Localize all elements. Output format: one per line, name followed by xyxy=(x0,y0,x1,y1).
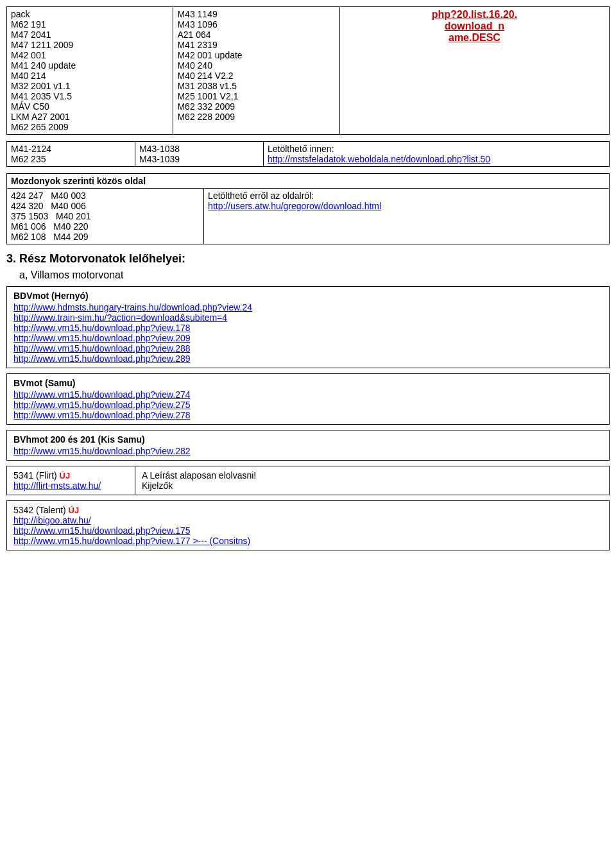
col1-row11: M62 265 2009 xyxy=(11,122,169,132)
letoltheto-link-cell: Letölthető innen: http://mstsfeladatok.w… xyxy=(264,142,610,167)
letoltheto-header-right: M43-1038 xyxy=(139,144,259,154)
col1-row5: M41 240 update xyxy=(11,60,169,71)
flirt-right-title: A Leírást alaposan elolvasni! xyxy=(142,470,603,481)
col2-row10: M62 228 2009 xyxy=(177,112,335,122)
col1-row2: M47 2041 xyxy=(11,30,169,40)
letoltheto-sub-left: M62 235 xyxy=(11,154,131,164)
letoltheto-header-left: M41-2124 xyxy=(11,144,131,154)
bdvmot-link-3: http://www.vm15.hu/download.php?view.209 xyxy=(13,333,603,343)
talent-link-2: http://www.vm15.hu/download.php?view.177… xyxy=(13,536,603,546)
col1-row8: M41 2035 V1.5 xyxy=(11,91,169,101)
top-table: pack M62 191 M47 2041 M47 1211 2009 M42 … xyxy=(6,6,610,135)
talent-box: 5342 (Talent) ÚJ http://ibigoo.atw.hu/ h… xyxy=(6,500,610,550)
mozdonyok-rows: 424 247 M40 003 424 320 M40 006 375 1503… xyxy=(7,189,204,244)
mozdonyok-title: Mozdonyok szerinti közös oldal xyxy=(7,174,610,189)
moz-row2: 375 1503 M40 201 xyxy=(11,211,200,221)
section3-title: 3. Rész Motorvonatok lelőhelyei: xyxy=(6,252,610,266)
col1-row9: MÁV C50 xyxy=(11,101,169,112)
bvhmot-link-0: http://www.vm15.hu/download.php?view.282 xyxy=(13,446,603,456)
col2-row4: M42 001 update xyxy=(177,50,335,60)
bvmot-link-2: http://www.vm15.hu/download.php?view.278 xyxy=(13,410,603,420)
bdvmot-link-4: http://www.vm15.hu/download.php?view.288 xyxy=(13,343,603,353)
flirt-right-subtitle: Kijelzők xyxy=(142,481,603,491)
col2-row9: M62 332 2009 xyxy=(177,101,335,112)
col1-row1: M62 191 xyxy=(11,19,169,30)
col1-row3: M47 1211 2009 xyxy=(11,40,169,50)
talent-link-1: http://www.vm15.hu/download.php?view.175 xyxy=(13,525,603,536)
letoltheto-table: M41-2124 M62 235 M43-1038 M43-1039 Letöl… xyxy=(6,141,610,167)
pack-label: pack xyxy=(11,9,169,19)
talent-title: 5342 (Talent) ÚJ xyxy=(13,505,603,515)
mozdonyok-letoltheto-label: Letölthető erről az oldalról: xyxy=(208,191,605,201)
col1-row4: M42 001 xyxy=(11,50,169,60)
top-table-link[interactable]: php?20.list.16.20.download_name.DESC xyxy=(432,9,517,43)
col2-row6: M40 214 V2.2 xyxy=(177,71,335,81)
section3-subtitle: a, Villamos motorvonat xyxy=(19,269,610,281)
mozdonyok-table: Mozdonyok szerinti közös oldal 424 247 M… xyxy=(6,173,610,244)
col1-row10: LKM A27 2001 xyxy=(11,112,169,122)
letoltheto-label: Letölthető innen: xyxy=(268,144,334,154)
col2-row7: M31 2038 v1.5 xyxy=(177,81,335,91)
col2-row3: M41 2319 xyxy=(177,40,335,50)
moz-row3: M61 006 M40 220 xyxy=(11,221,200,232)
flirt-link: http://flirt-msts.atw.hu/ xyxy=(13,481,128,491)
flirt-title: 5341 (Flirt) ÚJ xyxy=(13,470,128,481)
col2-row0: M43 1149 xyxy=(177,9,335,19)
bvmot-box: BVmot (Samu) http://www.vm15.hu/download… xyxy=(6,373,610,425)
col2-row1: M43 1096 xyxy=(177,19,335,30)
flirt-new-badge: ÚJ xyxy=(60,471,71,481)
flirt-right: A Leírást alaposan elolvasni! Kijelzők xyxy=(135,466,609,495)
letoltheto-right-header: M43-1038 M43-1039 xyxy=(135,142,264,167)
col2-row5: M40 240 xyxy=(177,60,335,71)
flirt-left: 5341 (Flirt) ÚJ http://flirt-msts.atw.hu… xyxy=(7,466,135,495)
top-table-col2: M43 1149 M43 1096 A21 064 M41 2319 M42 0… xyxy=(173,7,339,135)
moz-row1: 424 320 M40 006 xyxy=(11,201,200,211)
col2-row8: M25 1001 V2,1 xyxy=(177,91,335,101)
col1-row7: M32 2001 v1.1 xyxy=(11,81,169,91)
top-table-cell: pack M62 191 M47 2041 M47 1211 2009 M42 … xyxy=(7,7,173,135)
bvmot-link-1: http://www.vm15.hu/download.php?view.275 xyxy=(13,400,603,410)
bvhmot-title: BVhmot 200 és 201 (Kis Samu) xyxy=(13,434,603,445)
moz-row4: M62 108 M44 209 xyxy=(11,232,200,242)
top-table-col3: php?20.list.16.20.download_name.DESC xyxy=(339,7,609,135)
letoltheto-link[interactable]: http://mstsfeladatok.weboldala.net/downl… xyxy=(268,154,490,164)
bdvmot-title: BDVmot (Hernyó) xyxy=(13,291,603,301)
talent-new-badge: ÚJ xyxy=(69,506,80,515)
letoltheto-sub-right: M43-1039 xyxy=(139,154,259,164)
bdvmot-link-1: http://www.train-sim.hu/?action=download… xyxy=(13,312,603,323)
bvhmot-box: BVhmot 200 és 201 (Kis Samu) http://www.… xyxy=(6,430,610,461)
bdvmot-link-2: http://www.vm15.hu/download.php?view.178 xyxy=(13,323,603,333)
moz-row0: 424 247 M40 003 xyxy=(11,191,200,201)
talent-link-0: http://ibigoo.atw.hu/ xyxy=(13,515,603,525)
bvmot-title: BVmot (Samu) xyxy=(13,378,603,388)
col1-row6: M40 214 xyxy=(11,71,169,81)
letoltheto-left: M41-2124 M62 235 xyxy=(7,142,135,167)
bdvmot-link-0: http://www.hdmsts.hungary-trains.hu/down… xyxy=(13,302,603,312)
col2-row2: A21 064 xyxy=(177,30,335,40)
mozdonyok-link[interactable]: http://users.atw.hu/gregorow/download.ht… xyxy=(208,201,381,211)
bvmot-link-0: http://www.vm15.hu/download.php?view.274 xyxy=(13,389,603,400)
mozdonyok-download-cell: Letölthető erről az oldalról: http://use… xyxy=(204,189,610,244)
bdvmot-link-5: http://www.vm15.hu/download.php?view.289 xyxy=(13,353,603,364)
bdvmot-box: BDVmot (Hernyó) http://www.hdmsts.hungar… xyxy=(6,286,610,368)
flirt-box: 5341 (Flirt) ÚJ http://flirt-msts.atw.hu… xyxy=(6,466,610,495)
